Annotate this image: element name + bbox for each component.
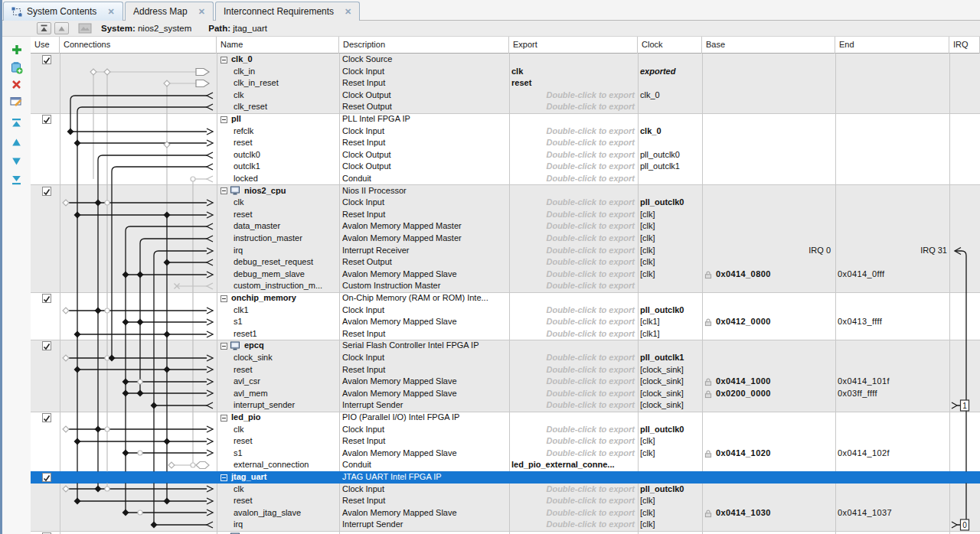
interface-row-reset[interactable]: resetReset InputDouble-click to export[c… [31,364,980,376]
interface-row-reset1[interactable]: reset1Reset InputDouble-click to export[… [31,328,980,340]
export-placeholder[interactable]: Double-click to export [509,269,638,281]
interface-row-clk1[interactable]: clk1Clock InputDouble-click to exportpll… [31,304,980,317]
export-placeholder[interactable]: Double-click to export [509,364,638,376]
collapse-expander[interactable] [220,415,227,422]
interface-row-s1[interactable]: s1Avalon Memory Mapped SlaveDouble-click… [31,316,980,328]
export-placeholder[interactable]: Double-click to export [509,125,638,138]
export-placeholder[interactable]: Double-click to export [509,161,638,173]
base-address[interactable]: 0x0200_0000 [716,388,771,400]
tab-close-icon[interactable]: ✕ [198,7,205,17]
interface-row-avl_csr[interactable]: avl_csrAvalon Memory Mapped SlaveDouble-… [31,376,980,388]
base-address[interactable]: 0x0412_0000 [716,316,771,328]
base-address[interactable]: 0x0414_1020 [716,448,771,460]
interface-row-s1[interactable]: s1Avalon Memory Mapped SlaveDouble-click… [31,448,980,460]
export-placeholder[interactable]: Double-click to export [509,209,638,221]
export-placeholder[interactable]: Double-click to export [509,197,638,209]
tab-close-icon[interactable]: ✕ [107,7,114,17]
collapse-expander[interactable] [220,295,227,302]
tab-address-map[interactable]: Address Map✕ [125,2,214,21]
export-placeholder[interactable]: Double-click to export [509,90,638,102]
export-placeholder[interactable]: Double-click to export [509,328,638,340]
component-row-nios2_cpu[interactable]: nios2_cpuNios II Processor [31,185,980,197]
duplicate-button[interactable] [10,61,23,74]
move-to-bottom-button[interactable] [10,174,23,187]
collapse-expander[interactable] [220,474,227,481]
clock-cell[interactable]: exported [638,66,702,78]
component-row-led_pio[interactable]: led_pioPIO (Parallel I/O) Intel FPGA IP [31,412,980,424]
interface-row-external_connection[interactable]: external_connectionConduitled_pio_extern… [31,459,980,471]
edit-button[interactable] [10,95,23,108]
interface-row-reset[interactable]: resetReset InputDouble-click to export [31,137,980,149]
collapse-expander[interactable] [220,343,227,350]
move-to-top-button[interactable] [10,116,23,129]
export-placeholder[interactable]: Double-click to export [509,388,638,400]
clock-cell[interactable]: pll_outclk0 [638,197,702,209]
interface-row-clk_reset[interactable]: clk_resetReset OutputDouble-click to exp… [31,101,980,113]
tab-close-icon[interactable]: ✕ [345,7,351,17]
export-placeholder[interactable]: Double-click to export [509,233,638,245]
base-address[interactable]: 0x0414_1000 [716,376,771,388]
export-placeholder[interactable]: Double-click to export [509,448,638,460]
remove-button[interactable] [10,78,23,91]
use-checkbox[interactable] [42,413,51,422]
column-header-desc[interactable]: Description [339,37,509,54]
move-down-button[interactable] [10,155,23,168]
export-placeholder[interactable]: Double-click to export [509,149,638,161]
interface-row-instruction_master[interactable]: instruction_masterAvalon Memory Mapped M… [31,233,980,245]
export-placeholder[interactable]: Double-click to export [509,519,638,531]
interface-row-reset[interactable]: resetReset InputDouble-click to export[c… [31,209,980,221]
clock-cell[interactable]: pll_outclk1 [638,352,702,364]
column-header-end[interactable]: End [835,37,949,54]
column-header-irq[interactable]: IRQ [949,37,980,54]
clock-cell[interactable]: pll_outclk0 [638,304,702,317]
use-checkbox[interactable] [42,294,51,303]
add-component-button[interactable] [10,43,23,56]
move-up-button[interactable] [10,135,23,148]
component-row-partial[interactable] [31,531,980,534]
move-up-disabled-button[interactable] [54,22,69,34]
component-row-epcq[interactable]: epcqSerial Flash Controller Intel FPGA I… [31,340,980,352]
interface-row-clk[interactable]: clkClock InputDouble-click to exportpll_… [31,484,980,496]
component-row-jtag_uart[interactable]: jtag_uartJTAG UART Intel FPGA IP [31,471,980,484]
column-header-name[interactable]: Name [217,37,339,54]
export-placeholder[interactable]: Double-click to export [509,352,638,364]
filter-image-icon[interactable] [78,23,92,34]
use-checkbox[interactable] [42,187,51,196]
interface-row-data_master[interactable]: data_masterAvalon Memory Mapped MasterDo… [31,220,980,233]
export-placeholder[interactable]: Double-click to export [509,220,638,233]
export-placeholder[interactable]: Double-click to export [509,101,638,113]
interface-row-clk[interactable]: clkClock InputDouble-click to exportpll_… [31,197,980,209]
interface-row-irq[interactable]: irqInterrupt SenderDouble-click to expor… [31,519,980,531]
interface-row-reset[interactable]: resetReset InputDouble-click to export[c… [31,435,980,448]
interface-row-custom_instruction_m[interactable]: custom_instruction_m...Custom Instructio… [31,280,980,292]
column-header-use[interactable]: Use [31,37,60,54]
clock-cell[interactable]: pll_outclk0 [638,424,702,436]
interface-row-interrupt_sender[interactable]: interrupt_senderInterrupt SenderDouble-c… [31,399,980,412]
export-placeholder[interactable]: Double-click to export [509,484,638,496]
column-header-conn[interactable]: Connections [60,37,217,54]
export-placeholder[interactable]: Double-click to export [509,173,638,185]
interface-row-avl_mem[interactable]: avl_memAvalon Memory Mapped SlaveDouble-… [31,388,980,400]
collapse-expander[interactable] [220,116,227,123]
use-checkbox[interactable] [42,55,51,64]
collapse-expander[interactable] [220,187,227,194]
export-placeholder[interactable]: Double-click to export [509,280,638,292]
interface-row-avalon_jtag_slave[interactable]: avalon_jtag_slaveAvalon Memory Mapped Sl… [31,507,980,519]
export-placeholder[interactable]: Double-click to export [509,399,638,412]
column-header-clk[interactable]: Clock [638,37,702,54]
tab-system-contents[interactable]: System Contents✕ [3,2,123,21]
column-header-base[interactable]: Base [702,37,835,54]
use-checkbox[interactable] [42,341,51,350]
interface-row-refclk[interactable]: refclkClock InputDouble-click to exportc… [31,125,980,138]
tab-interconnect-requirements[interactable]: Interconnect Requirements✕ [215,2,360,21]
component-row-clk_0[interactable]: clk_0Clock Source [31,54,980,66]
interface-row-debug_mem_slave[interactable]: debug_mem_slaveAvalon Memory Mapped Slav… [31,269,980,281]
interface-row-outclk1[interactable]: outclk1Clock OutputDouble-click to expor… [31,161,980,173]
use-checkbox[interactable] [42,115,51,124]
column-header-exp[interactable]: Export [509,37,638,54]
interface-row-irq[interactable]: irqInterrupt ReceiverDouble-click to exp… [31,245,980,257]
clock-cell[interactable]: clk_0 [638,125,702,138]
export-placeholder[interactable]: Double-click to export [509,245,638,257]
component-row-pll[interactable]: pllPLL Intel FPGA IP [31,113,980,125]
interface-row-clock_sink[interactable]: clock_sinkClock InputDouble-click to exp… [31,352,980,364]
